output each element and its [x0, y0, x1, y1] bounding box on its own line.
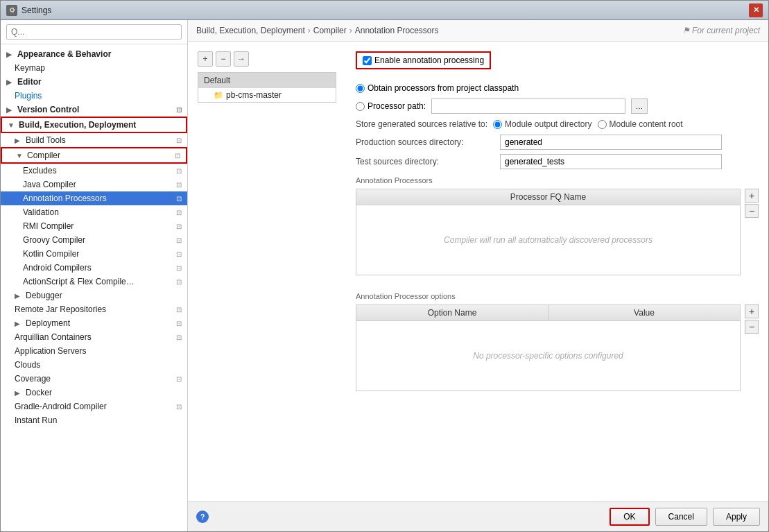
breadcrumb-sep2: ›	[349, 26, 352, 35]
copy-icon: ⊡	[175, 152, 180, 160]
sidebar-item-actionscript[interactable]: ActionScript & Flex Compile… ⊡	[1, 275, 187, 289]
enable-annotation-checkbox[interactable]	[363, 56, 372, 65]
cancel-button[interactable]: Cancel	[655, 508, 707, 526]
processor-fq-name-col: Processor FQ Name	[356, 189, 740, 205]
copy-icon: ⊡	[176, 334, 182, 341]
sidebar-label: Docker	[26, 388, 52, 397]
sidebar-label: Kotlin Compiler	[23, 249, 79, 259]
window-title: Settings	[21, 6, 745, 15]
store-generated-row: Store generated sources relative to: Mod…	[356, 119, 759, 129]
processor-path-input[interactable]	[431, 98, 625, 114]
sidebar-item-build-tools[interactable]: ▶ Build Tools ⊡	[1, 133, 187, 147]
processor-path-radio[interactable]	[356, 102, 365, 111]
processor-path-label: Processor path:	[368, 101, 426, 111]
remove-profile-button[interactable]: −	[216, 51, 231, 67]
option-name-col: Option Name	[356, 305, 548, 320]
apply-button[interactable]: Apply	[713, 508, 760, 526]
remove-processor-button[interactable]: −	[745, 204, 759, 218]
profile-default[interactable]: Default	[198, 73, 336, 88]
test-sources-label: Test sources directory:	[356, 157, 494, 166]
processor-path-radio-label[interactable]: Processor path:	[356, 101, 426, 111]
window-icon: ⚙	[6, 5, 17, 16]
breadcrumb-part1: Build, Execution, Deployment	[196, 26, 305, 35]
sidebar-item-editor[interactable]: ▶ Editor	[1, 75, 187, 89]
sidebar-item-annotation-processors[interactable]: Annotation Processors ⊡	[1, 191, 187, 205]
option-value-col: Value	[548, 305, 740, 320]
help-icon[interactable]: ?	[196, 510, 209, 523]
sidebar-item-version-control[interactable]: ▶ Version Control ⊡	[1, 103, 187, 117]
test-sources-input[interactable]	[500, 154, 722, 169]
close-button[interactable]: ✕	[749, 3, 763, 17]
arrow-profile-button[interactable]: →	[234, 51, 249, 67]
sidebar-item-arquillian[interactable]: Arquillian Containers ⊡	[1, 330, 187, 344]
production-sources-input[interactable]	[500, 135, 722, 150]
processor-path-row: Processor path: …	[356, 98, 759, 114]
copy-icon: ⊡	[176, 167, 182, 175]
copy-icon: ⊡	[176, 237, 182, 244]
sidebar-item-build-exec[interactable]: ▼ Build, Execution, Deployment	[1, 117, 187, 133]
annotation-processor-options-empty-msg: No processor-specific options configured	[473, 351, 623, 361]
sidebar-item-gradle-android[interactable]: Gradle-Android Compiler ⊡	[1, 400, 187, 413]
sidebar-item-coverage[interactable]: Coverage ⊡	[1, 372, 187, 386]
arrow-icon: ▶	[6, 51, 15, 58]
copy-icon: ⊡	[176, 306, 182, 314]
obtain-classpath-row: Obtain processors from project classpath	[356, 83, 759, 93]
sidebar-tree: ▶ Appearance & Behavior Keymap ▶ Editor …	[1, 44, 187, 531]
profile-subitem-label: pb-cms-master	[226, 90, 282, 100]
sidebar-label: Annotation Processors	[23, 194, 107, 203]
module-content-radio[interactable]	[598, 120, 607, 129]
production-sources-label: Production sources directory:	[356, 137, 494, 147]
obtain-classpath-radio[interactable]	[356, 84, 365, 93]
sidebar-item-keymap[interactable]: Keymap	[1, 61, 187, 75]
add-profile-button[interactable]: +	[198, 51, 213, 67]
sidebar-item-deployment[interactable]: ▶ Deployment ⊡	[1, 316, 187, 330]
sidebar-item-kotlin-compiler[interactable]: Kotlin Compiler ⊡	[1, 247, 187, 261]
module-output-radio[interactable]	[493, 120, 502, 129]
sidebar-item-plugins[interactable]: Plugins	[1, 89, 187, 103]
sidebar-item-validation[interactable]: Validation ⊡	[1, 205, 187, 219]
sidebar-item-java-compiler[interactable]: Java Compiler ⊡	[1, 178, 187, 191]
search-input[interactable]	[6, 24, 182, 40]
sidebar-label: Clouds	[15, 360, 40, 370]
sidebar-label: Android Compilers	[23, 263, 92, 273]
settings-area: Enable annotation processing Obtain proc…	[346, 51, 759, 400]
sidebar-item-docker[interactable]: ▶ Docker	[1, 386, 187, 400]
sidebar-item-app-servers[interactable]: Application Servers	[1, 344, 187, 358]
annotation-processors-empty: Compiler will run all automatically disc…	[356, 205, 740, 275]
remove-option-button[interactable]: −	[745, 320, 759, 334]
module-output-label: Module output directory	[505, 119, 591, 129]
add-option-button[interactable]: +	[745, 304, 759, 318]
sidebar-item-debugger[interactable]: ▶ Debugger	[1, 289, 187, 302]
annotation-processor-options-empty: No processor-specific options configured	[356, 321, 740, 391]
add-processor-button[interactable]: +	[745, 189, 759, 203]
copy-icon: ⊡	[176, 278, 182, 286]
sidebar-label: Groovy Compiler	[23, 235, 85, 245]
sidebar-item-android-compilers[interactable]: Android Compilers ⊡	[1, 261, 187, 275]
sidebar-label: Validation	[23, 207, 59, 217]
sidebar-item-instant-run[interactable]: Instant Run	[1, 413, 187, 427]
title-bar: ⚙ Settings ✕	[1, 1, 768, 20]
arrow-icon: ▶	[15, 320, 23, 327]
annotation-processor-options-title: Annotation Processor options	[356, 292, 759, 300]
profile-subitem[interactable]: 📁 pb-cms-master	[198, 88, 336, 102]
breadcrumb-part3: Annotation Processors	[355, 26, 439, 35]
sidebar-item-appearance[interactable]: ▶ Appearance & Behavior	[1, 47, 187, 61]
sidebar-item-remote-jar[interactable]: Remote Jar Repositories ⊡	[1, 302, 187, 316]
sidebar-label: Build, Execution, Deployment	[19, 120, 136, 130]
browse-button[interactable]: …	[631, 98, 648, 114]
sidebar-item-rmi-compiler[interactable]: RMI Compiler ⊡	[1, 219, 187, 233]
annotation-processors-title: Annotation Processors	[356, 176, 759, 185]
sidebar-item-groovy-compiler[interactable]: Groovy Compiler ⊡	[1, 233, 187, 247]
production-sources-row: Production sources directory:	[356, 135, 759, 150]
copy-icon: ⊡	[176, 137, 182, 144]
sidebar-label: Editor	[17, 77, 42, 87]
main-layout: ▶ Appearance & Behavior Keymap ▶ Editor …	[1, 20, 768, 531]
sidebar-label: Java Compiler	[23, 180, 76, 189]
sidebar-item-excludes[interactable]: Excludes ⊡	[1, 164, 187, 178]
obtain-classpath-label[interactable]: Obtain processors from project classpath	[356, 83, 519, 93]
sidebar-label: Arquillian Containers	[15, 332, 92, 342]
sidebar-item-compiler[interactable]: ▼ Compiler ⊡	[1, 147, 187, 164]
sidebar-item-clouds[interactable]: Clouds	[1, 358, 187, 372]
ok-button[interactable]: OK	[610, 508, 649, 526]
sidebar: ▶ Appearance & Behavior Keymap ▶ Editor …	[1, 20, 188, 531]
